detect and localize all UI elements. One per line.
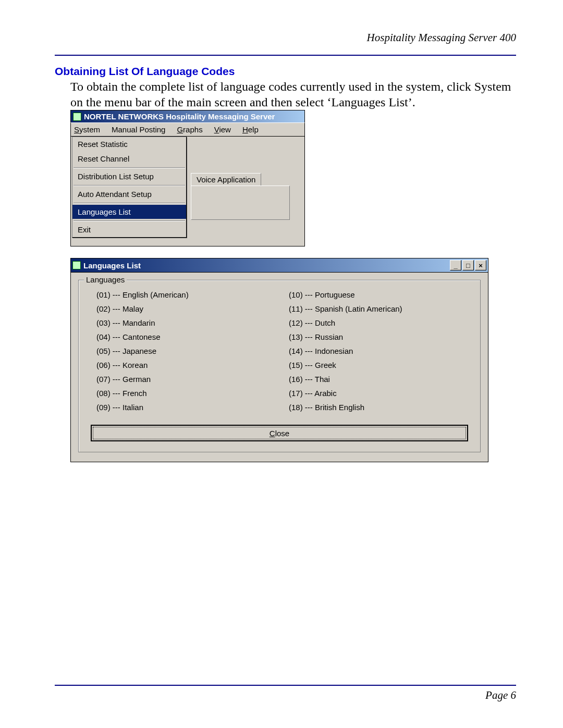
window-title: NORTEL NETWORKS Hospitality Messaging Se… (84, 112, 275, 121)
list-item: (03) --- Mandarin (87, 316, 279, 330)
product-name: Hospitality Messaging Server 400 (55, 31, 516, 44)
app-icon (72, 261, 81, 269)
tab-area: Voice Application (191, 173, 290, 220)
languages-grid: (01) --- English (American) (02) --- Mal… (87, 288, 472, 414)
list-item: (05) --- Japanese (87, 344, 279, 358)
footer-divider (55, 685, 516, 686)
menu-help[interactable]: HelpHelp (240, 125, 261, 134)
list-item: (09) --- Italian (87, 400, 279, 414)
languages-groupbox: Languages (01) --- English (American) (0… (78, 280, 481, 452)
dd-reset-statistic[interactable]: Reset Statistic (72, 137, 186, 152)
list-item: (18) --- British English (279, 400, 472, 414)
list-item: (01) --- English (American) (87, 288, 279, 302)
dd-exit[interactable]: Exit (72, 223, 186, 237)
dd-distribution-list-setup[interactable]: Distribution List Setup (72, 169, 186, 184)
list-item: (14) --- Indonesian (279, 344, 472, 358)
body-paragraph: To obtain the complete list of language … (70, 79, 516, 110)
window-titlebar: NORTEL NETWORKS Hospitality Messaging Se… (70, 110, 305, 122)
dd-languages-list[interactable]: Languages List (72, 205, 186, 219)
tab-panel (191, 186, 290, 220)
list-item: (10) --- Portuguese (279, 288, 472, 302)
menu-graphs[interactable]: GraphsGraphs (175, 125, 204, 134)
list-item: (04) --- Cantonese (87, 330, 279, 344)
list-item: (02) --- Malay (87, 302, 279, 316)
window-client-area: Reset Statistic Reset Channel Distributi… (70, 137, 305, 246)
dd-separator (74, 167, 185, 168)
screenshot-languages-dialog: Languages List _ □ × Languages (01) --- … (70, 258, 488, 462)
maximize-button[interactable]: □ (462, 260, 474, 270)
list-item: (12) --- Dutch (279, 316, 472, 330)
section-title: Obtaining List Of Language Codes (55, 65, 516, 78)
system-dropdown: Reset Statistic Reset Channel Distributi… (72, 137, 187, 238)
list-item: (06) --- Korean (87, 358, 279, 372)
list-item: (15) --- Greek (279, 358, 472, 372)
groupbox-label: Languages (84, 275, 127, 284)
window-controls: _ □ × (449, 260, 486, 270)
languages-col-2: (10) --- Portuguese (11) --- Spanish (La… (279, 288, 472, 414)
list-item: (11) --- Spanish (Latin American) (279, 302, 472, 316)
minimize-button[interactable]: _ (450, 260, 461, 270)
menu-system[interactable]: SSystemystem (72, 125, 102, 134)
dd-auto-attendant-setup[interactable]: Auto Attendant Setup (72, 187, 186, 202)
menu-manual-posting[interactable]: Manual Posting (109, 125, 167, 134)
page-footer: Page 6 (55, 685, 516, 702)
dd-reset-channel[interactable]: Reset Channel (72, 152, 186, 166)
screenshot-menu-window: NORTEL NETWORKS Hospitality Messaging Se… (70, 110, 305, 246)
menubar[interactable]: SSystemystem Manual Posting GraphsGraphs… (70, 122, 305, 137)
close-button-label: Close (270, 429, 289, 438)
page-header: Hospitality Messaging Server 400 (55, 31, 516, 56)
list-item: (17) --- Arabic (279, 386, 472, 400)
list-item: (07) --- German (87, 372, 279, 386)
dialog-body: Languages (01) --- English (American) (0… (71, 273, 488, 462)
dd-separator (74, 220, 185, 221)
list-item: (16) --- Thai (279, 372, 472, 386)
dialog-title: Languages List (83, 261, 141, 270)
close-button[interactable]: Close Close (91, 425, 468, 441)
page-number: Page 6 (55, 689, 516, 702)
header-divider (55, 55, 516, 56)
dd-separator (74, 185, 185, 186)
app-icon (73, 113, 81, 121)
list-item: (13) --- Russian (279, 330, 472, 344)
dd-separator (74, 203, 185, 204)
languages-col-1: (01) --- English (American) (02) --- Mal… (87, 288, 279, 414)
dialog-titlebar: Languages List _ □ × (71, 258, 488, 273)
closewin-button[interactable]: × (475, 260, 486, 270)
menu-view[interactable]: ViewView (212, 125, 233, 134)
tab-voice-application[interactable]: Voice Application (191, 173, 261, 186)
list-item: (08) --- French (87, 386, 279, 400)
